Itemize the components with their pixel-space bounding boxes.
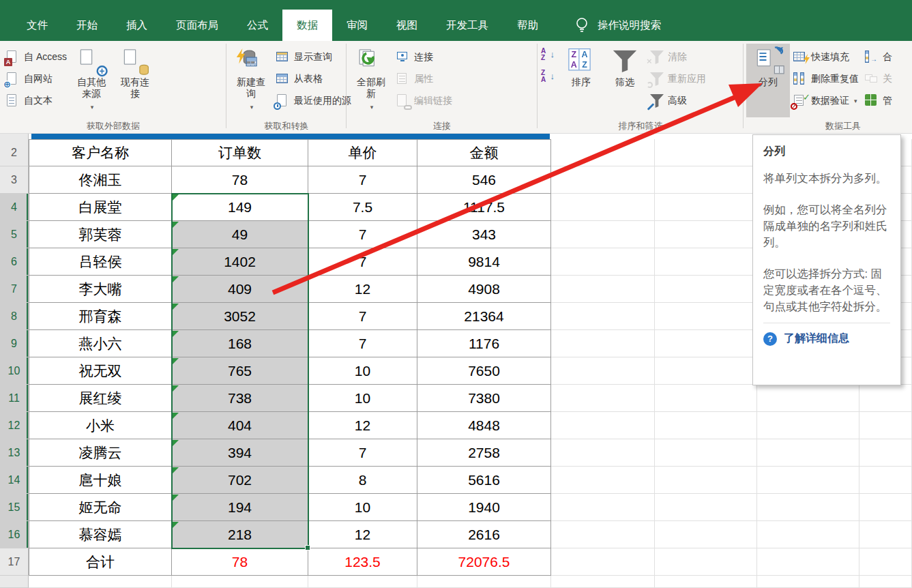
cell-empty[interactable] [655, 439, 757, 467]
text-to-columns-button[interactable]: 分列 [746, 44, 790, 117]
cell-empty[interactable] [551, 521, 655, 548]
cell-A15[interactable]: 姬无命 [29, 494, 172, 521]
tab-审阅[interactable]: 审阅 [332, 10, 382, 41]
row-header-8[interactable]: 8 [0, 303, 29, 330]
cell-C4[interactable]: 7.5 [308, 194, 417, 221]
cell-empty[interactable] [859, 439, 912, 467]
cell-empty[interactable] [655, 576, 757, 588]
cell-B7[interactable]: 409 [172, 276, 308, 303]
tab-插入[interactable]: 插入 [112, 10, 162, 41]
cell-empty[interactable] [757, 467, 859, 494]
row-header-partial[interactable] [0, 576, 29, 588]
cell-B4[interactable]: 149 [172, 194, 308, 221]
existing-connections-button[interactable]: 现有连接 [113, 44, 157, 101]
cell-A16[interactable]: 慕容嫣 [29, 521, 172, 548]
cell-C14[interactable]: 8 [308, 467, 417, 494]
from-text-button[interactable]: 自文本 [3, 90, 70, 112]
cell-empty[interactable] [417, 576, 551, 588]
cell-A17[interactable]: 合计 [29, 548, 172, 576]
cell-B10[interactable]: 765 [172, 357, 308, 385]
cell-B8[interactable]: 3052 [172, 303, 308, 330]
filter-button[interactable]: 筛选 [603, 44, 647, 89]
cell-C9[interactable]: 7 [308, 330, 417, 357]
data-validation-button[interactable]: ✓数据验证▾ [790, 90, 862, 112]
cell-D12[interactable]: 4848 [417, 412, 551, 439]
cell-empty[interactable] [551, 439, 655, 467]
cell-D8[interactable]: 21364 [417, 303, 551, 330]
cell-empty[interactable] [859, 548, 912, 576]
tab-公式[interactable]: 公式 [233, 10, 282, 41]
cell-A4[interactable]: 白展堂 [29, 194, 172, 221]
cell-empty[interactable] [308, 576, 417, 588]
cell-D13[interactable]: 2758 [417, 439, 551, 467]
cell-empty[interactable] [172, 576, 308, 588]
row-header-4[interactable]: 4 [0, 194, 29, 221]
cell-A12[interactable]: 小米 [29, 412, 172, 439]
cell-empty[interactable] [859, 494, 912, 521]
sort-descending-button[interactable]: ZA↓ [540, 70, 559, 89]
cell-D6[interactable]: 9814 [417, 248, 551, 276]
cell-A2[interactable]: 客户名称 [29, 139, 172, 166]
recent-sources-button[interactable]: 最近使用的源 [273, 90, 354, 112]
manage-data-model-button[interactable]: 管 [862, 90, 895, 112]
cell-D15[interactable]: 1940 [417, 494, 551, 521]
tab-视图[interactable]: 视图 [382, 10, 432, 41]
cell-empty[interactable] [551, 467, 655, 494]
cell-empty[interactable] [655, 276, 757, 303]
cell-B5[interactable]: 49 [172, 221, 308, 248]
new-query-button[interactable]: 新建查询▾ [229, 44, 273, 115]
tell-me-label[interactable]: 操作说明搜索 [598, 18, 661, 33]
fill-handle[interactable] [305, 545, 310, 550]
cell-empty[interactable] [551, 357, 655, 385]
cell-A7[interactable]: 李大嘴 [29, 276, 172, 303]
cell-empty[interactable] [551, 385, 655, 412]
row-header-12[interactable]: 12 [0, 412, 29, 439]
cell-empty[interactable] [655, 385, 757, 412]
from-web-button[interactable]: ⊕自网站 [3, 68, 70, 90]
cell-C13[interactable]: 7 [308, 439, 417, 467]
tab-开发工具[interactable]: 开发工具 [432, 10, 503, 41]
cell-A3[interactable]: 佟湘玉 [29, 166, 172, 194]
cell-empty[interactable] [551, 494, 655, 521]
cell-empty[interactable] [551, 576, 655, 588]
cell-B14[interactable]: 702 [172, 467, 308, 494]
cell-empty[interactable] [655, 521, 757, 548]
cell-D5[interactable]: 343 [417, 221, 551, 248]
cell-B15[interactable]: 194 [172, 494, 308, 521]
cell-empty[interactable] [551, 221, 655, 248]
cell-D3[interactable]: 546 [417, 166, 551, 194]
advanced-filter-button[interactable]: 高级 [647, 90, 709, 112]
cell-empty[interactable] [551, 330, 655, 357]
row-header-15[interactable]: 15 [0, 494, 29, 521]
cell-D11[interactable]: 7380 [417, 385, 551, 412]
cell-empty[interactable] [757, 576, 859, 588]
cell-B9[interactable]: 168 [172, 330, 308, 357]
cell-empty[interactable] [757, 521, 859, 548]
cell-C11[interactable]: 10 [308, 385, 417, 412]
cell-D9[interactable]: 1176 [417, 330, 551, 357]
cell-empty[interactable] [859, 467, 912, 494]
cell-empty[interactable] [551, 548, 655, 576]
cell-empty[interactable] [655, 330, 757, 357]
refresh-all-button[interactable]: 全部刷新▾ [349, 44, 393, 115]
row-header-2[interactable]: 2 [0, 139, 29, 166]
dropdown-caret-icon[interactable]: ▾ [250, 102, 254, 113]
show-queries-button[interactable]: 显示查询 [273, 46, 354, 68]
cell-empty[interactable] [655, 357, 757, 385]
cell-C5[interactable]: 7 [308, 221, 417, 248]
row-header-10[interactable]: 10 [0, 357, 29, 385]
tab-开始[interactable]: 开始 [62, 10, 112, 41]
cell-D16[interactable]: 2616 [417, 521, 551, 548]
row-header-13[interactable]: 13 [0, 439, 29, 467]
cell-empty[interactable] [29, 576, 172, 588]
row-header-16[interactable]: 16 [0, 521, 29, 548]
cell-empty[interactable] [859, 385, 912, 412]
cell-C6[interactable]: 7 [308, 248, 417, 276]
cell-C10[interactable]: 10 [308, 357, 417, 385]
sort-ascending-button[interactable]: AZ↓ [540, 48, 559, 67]
cell-D10[interactable]: 7650 [417, 357, 551, 385]
cell-empty[interactable] [859, 412, 912, 439]
cell-D2[interactable]: 金额 [417, 139, 551, 166]
cell-empty[interactable] [655, 303, 757, 330]
from-table-button[interactable]: 从表格 [273, 68, 354, 90]
